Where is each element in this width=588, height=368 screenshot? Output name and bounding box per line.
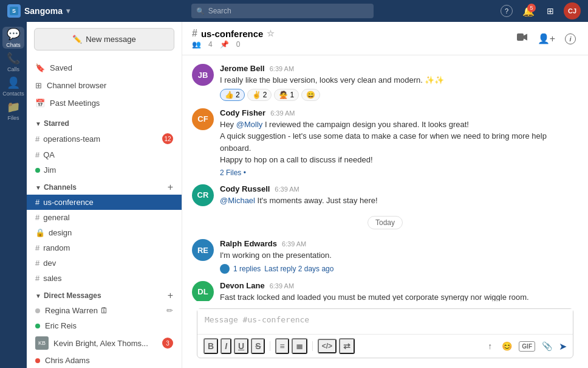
rail-label-chats: Chats (6, 42, 21, 48)
mention-michael: @Michael (220, 196, 255, 205)
add-dm-button[interactable]: + (168, 291, 173, 300)
dm-section-title[interactable]: ▼ Direct Messages (35, 291, 101, 300)
message-input-area: B I U S ≡ ≣ </> ⇄ ↑ 😊 GIF 📎 ➤ (197, 308, 573, 358)
message-header: Cody Fisher 6:39 AM (220, 108, 578, 117)
add-channel-button[interactable]: + (168, 182, 173, 192)
hash-icon: # (35, 243, 39, 252)
new-message-button[interactable]: ✏️ New message (34, 28, 174, 50)
dm-item-chris-adams[interactable]: Chris Adams (27, 353, 182, 368)
search-input[interactable] (191, 4, 374, 18)
bold-button[interactable]: B (203, 338, 218, 354)
video-button[interactable] (514, 30, 530, 46)
toolbar-separator (270, 341, 270, 351)
strikethrough-button[interactable]: S (251, 338, 265, 354)
attachment-button[interactable]: 📎 (539, 339, 555, 353)
link-button[interactable]: ⇄ (339, 338, 355, 354)
logo-icon: S (7, 4, 21, 18)
code-button[interactable]: </> (318, 339, 337, 353)
underline-button[interactable]: U (234, 338, 248, 354)
chat-meta: 👥 4 📌 0 (192, 40, 510, 49)
chevron-down-icon[interactable]: ▾ (66, 7, 70, 15)
messages-container: JB Jerome Bell 6:39 AM I really like the… (182, 55, 588, 301)
status-indicator-regina (35, 308, 40, 313)
files-link[interactable]: 2 Files • (220, 168, 578, 177)
channel-item-us-conference[interactable]: # us-conference (27, 195, 182, 210)
status-indicator-eric (35, 324, 40, 328)
reaction-count: 2 (236, 91, 240, 99)
channel-name-design: design (49, 228, 72, 237)
arrow-up-button[interactable]: ↑ (485, 339, 495, 353)
nav-item-past-meetings[interactable]: 📅 Past Meetings (27, 94, 182, 112)
message-input[interactable] (197, 309, 573, 332)
rail-item-files[interactable]: 📁 Files (2, 100, 24, 122)
info-button[interactable]: i (562, 30, 578, 47)
icon-rail: 💬 Chats 📞 Calls 👤 Contacts 📁 Files (0, 22, 27, 368)
star-icon[interactable]: ☆ (267, 29, 275, 38)
reaction-peace[interactable]: ✌ 2 (247, 89, 272, 101)
channel-item-general[interactable]: # general (27, 210, 182, 225)
starred-qa[interactable]: # QA (27, 147, 182, 162)
operations-team-badge: 12 (162, 133, 173, 144)
input-right-actions: ↑ 😊 GIF 📎 ➤ (485, 339, 567, 353)
time-devon-lane: 6:39 AM (270, 282, 294, 290)
nav-label-saved: Saved (50, 63, 72, 72)
hash-icon: # (192, 28, 197, 39)
nav-item-channel-browser[interactable]: ⊞ Channel browser (27, 77, 182, 94)
channel-item-design[interactable]: 🔒 design (27, 225, 182, 240)
time-cody-fisher: 6:39 AM (270, 109, 295, 117)
app-name: Sangoma (24, 6, 63, 16)
gif-button[interactable]: GIF (519, 341, 535, 352)
reply-count: 1 replies (233, 265, 261, 273)
emoji-button[interactable]: 😊 (499, 339, 515, 353)
user-avatar[interactable]: CJ (564, 2, 581, 19)
grid-button[interactable]: ⊞ (542, 2, 559, 19)
reaction-count: 2 (263, 91, 267, 99)
unordered-list-button[interactable]: ≣ (292, 338, 307, 354)
channel-item-dev[interactable]: # dev (27, 255, 182, 271)
reaction-thumbs-up[interactable]: 👍 2 (220, 89, 245, 101)
time-cody-russell: 6:39 AM (275, 186, 299, 193)
help-button[interactable]: ? (498, 2, 515, 19)
dm-item-regina-warren[interactable]: Regina Warren 🗓 ✏ (27, 303, 182, 318)
text-cody-russell: @Michael It's moments away. Just stay he… (220, 195, 578, 207)
contacts-icon: 👤 (7, 76, 20, 89)
send-button[interactable]: ➤ (559, 341, 567, 352)
starred-jim[interactable]: Jim (27, 162, 182, 178)
new-message-label: New message (86, 35, 135, 44)
avatar-jerome-bell: JB (192, 64, 214, 86)
nav-label-channel-browser: Channel browser (47, 81, 106, 90)
author-ralph-edwards: Ralph Edwards (220, 239, 277, 248)
search-container: 🔍 (191, 4, 374, 18)
add-member-button[interactable]: 👤+ (535, 30, 558, 47)
reaction-smile[interactable]: 😄 (301, 89, 320, 101)
member-count: 4 (208, 40, 213, 49)
channel-item-sales[interactable]: # sales (27, 271, 182, 286)
nav-item-saved[interactable]: 🔖 Saved (27, 59, 182, 77)
hash-icon: # (35, 150, 39, 159)
starred-operations-team[interactable]: # operations-team 12 (27, 130, 182, 147)
dm-item-eric-reis[interactable]: Eric Reis (27, 318, 182, 333)
italic-button[interactable]: I (220, 338, 231, 354)
dm-item-kevin-bright[interactable]: KB Kevin Bright, Alex Thoms... 3 (27, 333, 182, 353)
chevron-down-starred-icon: ▼ (35, 120, 41, 127)
channel-item-random[interactable]: # random (27, 240, 182, 255)
channel-name-operations-team: operations-team (43, 134, 100, 144)
ordered-list-button[interactable]: ≡ (275, 338, 289, 354)
dm-name-kevin-bright: Kevin Bright, Alex Thoms... (53, 339, 148, 348)
reaction-no[interactable]: 🙅 1 (274, 89, 299, 101)
text-cody-fisher: Hey @Molly I reviewed the campaign desig… (220, 119, 578, 166)
notifications-button[interactable]: 🔔 5 (520, 2, 537, 19)
kevin-badge: 3 (162, 338, 173, 349)
help-icon: ? (501, 5, 513, 17)
edit-icon[interactable]: ✏ (166, 306, 173, 315)
channels-section-title[interactable]: ▼ Channels (35, 183, 77, 192)
rail-item-chats[interactable]: 💬 Chats (2, 27, 24, 49)
channel-name-dev: dev (43, 259, 56, 268)
rail-item-contacts[interactable]: 👤 Contacts (2, 75, 24, 97)
app-logo: S Sangoma ▾ (7, 4, 129, 18)
toolbar-separator-2 (312, 341, 313, 351)
rail-item-calls[interactable]: 📞 Calls (2, 51, 24, 73)
starred-section-title[interactable]: ▼ Starred (35, 119, 69, 128)
reply-info-ralph[interactable]: 1 replies Last reply 2 days ago (220, 264, 578, 274)
svg-rect-2 (517, 33, 524, 41)
